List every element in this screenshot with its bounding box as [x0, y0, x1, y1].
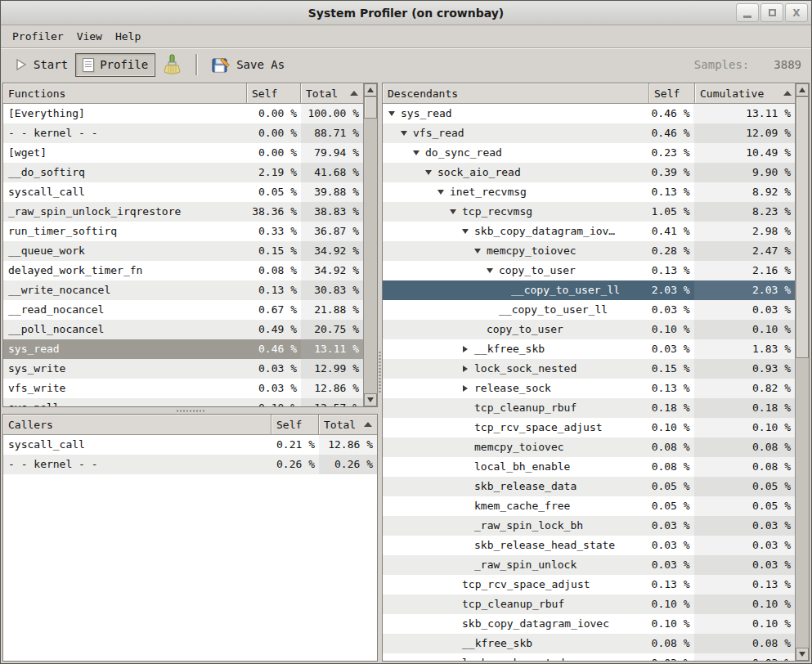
- scroll-up-button[interactable]: [796, 83, 809, 96]
- table-row[interactable]: do_sync_read0.23 %10.49 %: [383, 143, 795, 163]
- table-row[interactable]: tcp_cleanup_rbuf0.18 %0.18 %: [383, 398, 795, 418]
- table-row[interactable]: tcp_recvmsg1.05 %8.23 %: [383, 202, 795, 222]
- menu-view[interactable]: View: [70, 28, 109, 45]
- table-row[interactable]: local_bh_enable0.08 %0.08 %: [383, 457, 795, 477]
- functions-scrollbar[interactable]: [363, 83, 377, 406]
- descendants-scrollbar[interactable]: [795, 83, 809, 661]
- table-row[interactable]: syscall_call0.05 %39.88 %: [3, 182, 363, 202]
- minimize-button[interactable]: [736, 3, 759, 22]
- table-row[interactable]: vfs_write0.03 %12.86 %: [3, 379, 363, 398]
- titlebar[interactable]: System Profiler (on crownbay) X: [1, 1, 811, 25]
- table-row[interactable]: _raw_spin_lock_bh0.03 %0.03 %: [383, 516, 795, 536]
- table-row[interactable]: sys_write0.03 %12.99 %: [3, 359, 363, 379]
- self-value: 0.49 %: [247, 320, 301, 339]
- triangle-down: [425, 170, 432, 175]
- table-row[interactable]: copy_to_user0.13 %2.16 %: [383, 261, 795, 280]
- table-row[interactable]: lock_sock_nested0.03 %0.03 %: [383, 653, 795, 661]
- self-value: 0.08 %: [648, 634, 694, 653]
- table-row[interactable]: skb_copy_datagram_iov…0.41 %2.98 %: [383, 222, 795, 241]
- expander-open-icon[interactable]: [472, 249, 483, 253]
- expander-open-icon[interactable]: [398, 131, 410, 136]
- table-row[interactable]: copy_to_user0.10 %0.10 %: [383, 320, 795, 339]
- menu-help[interactable]: Help: [109, 28, 147, 45]
- function-name: sys_read: [3, 339, 247, 359]
- scroll-up-button[interactable]: [364, 83, 377, 96]
- total-value: 21.88 %: [301, 300, 363, 320]
- table-row[interactable]: __kfree_skb0.03 %1.83 %: [383, 339, 795, 359]
- table-row[interactable]: syscall_call0.21 %12.86 %: [3, 435, 377, 455]
- table-row[interactable]: sys_read0.46 %13.11 %: [3, 339, 363, 359]
- expander-open-icon[interactable]: [484, 268, 496, 273]
- table-row[interactable]: - - kernel - -0.00 %88.71 %: [3, 123, 363, 143]
- horizontal-pane-divider[interactable]: [2, 407, 378, 414]
- table-row[interactable]: __read_nocancel0.67 %21.88 %: [3, 300, 363, 320]
- menu-profiler[interactable]: Profiler: [6, 28, 70, 45]
- table-row[interactable]: release_sock0.13 %0.82 %: [383, 379, 795, 398]
- table-row[interactable]: _raw_spin_unlock_irqrestore38.36 %38.83 …: [3, 202, 363, 222]
- table-row[interactable]: run_timer_softirq0.33 %36.87 %: [3, 222, 363, 241]
- table-row[interactable]: __write_nocancel0.13 %30.83 %: [3, 280, 363, 300]
- table-row[interactable]: _raw_spin_unlock0.03 %0.03 %: [383, 555, 795, 575]
- table-row[interactable]: memcpy_toiovec0.28 %2.47 %: [383, 241, 795, 261]
- table-row[interactable]: skb_release_head_state0.03 %0.03 %: [383, 536, 795, 555]
- table-row[interactable]: tcp_rcv_space_adjust0.13 %0.13 %: [383, 575, 795, 594]
- table-row[interactable]: lock_sock_nested0.15 %0.93 %: [383, 359, 795, 379]
- expander-open-icon[interactable]: [386, 111, 397, 116]
- descendants-column-header[interactable]: Descendants: [383, 83, 649, 104]
- start-button[interactable]: Start: [7, 53, 75, 76]
- table-row[interactable]: [wget]0.00 %79.94 %: [3, 143, 363, 163]
- table-row[interactable]: skb_copy_datagram_iovec0.10 %0.10 %: [383, 614, 795, 634]
- table-row[interactable]: sock_aio_read0.39 %9.90 %: [383, 163, 795, 182]
- descendants-cumulative-column-header[interactable]: Cumulative: [695, 83, 796, 104]
- scroll-down-button[interactable]: [796, 648, 809, 661]
- expander-open-icon[interactable]: [460, 229, 471, 234]
- table-row[interactable]: sys_read0.46 %13.11 %: [383, 104, 795, 123]
- expander-open-icon[interactable]: [447, 209, 459, 214]
- scroll-down-button[interactable]: [364, 393, 377, 406]
- functions-column-header[interactable]: Functions: [3, 83, 247, 104]
- table-row[interactable]: tcp_rcv_space_adjust0.10 %0.10 %: [383, 418, 795, 437]
- descendants-self-column-header[interactable]: Self: [649, 83, 695, 104]
- scrollbar-thumb[interactable]: [364, 96, 377, 119]
- save-as-button[interactable]: Save As: [204, 51, 292, 79]
- expander-open-icon[interactable]: [410, 150, 422, 155]
- functions-self-column-header[interactable]: Self: [247, 83, 301, 104]
- callers-total-column-header[interactable]: Total: [319, 415, 377, 435]
- table-row[interactable]: - - kernel - -0.26 %0.26 %: [3, 455, 377, 474]
- table-row[interactable]: kmem_cache_free0.05 %0.05 %: [383, 496, 795, 516]
- table-row[interactable]: skb_release_data0.05 %0.05 %: [383, 477, 795, 496]
- self-value: 0.10 %: [648, 594, 694, 614]
- expander-closed-icon[interactable]: [460, 366, 471, 372]
- callers-self-column-header[interactable]: Self: [271, 415, 319, 435]
- table-row[interactable]: memcpy_toiovec0.08 %0.08 %: [383, 437, 795, 457]
- table-row[interactable]: sys_poll0.10 %12.57 %: [3, 398, 363, 406]
- sort-ascending-icon: [364, 422, 372, 427]
- table-row[interactable]: __do_softirq2.19 %41.68 %: [3, 163, 363, 182]
- maximize-button[interactable]: [760, 3, 783, 22]
- scrollbar-thumb[interactable]: [796, 96, 809, 358]
- expander-open-icon[interactable]: [435, 190, 446, 195]
- expander-closed-icon[interactable]: [460, 385, 471, 392]
- self-value: 0.10 %: [648, 418, 694, 437]
- table-row[interactable]: vfs_read0.46 %12.09 %: [383, 123, 795, 143]
- expander-open-icon[interactable]: [423, 170, 434, 175]
- table-row[interactable]: __kfree_skb0.08 %0.08 %: [383, 634, 795, 653]
- document-icon: [83, 58, 94, 72]
- expander-closed-icon[interactable]: [460, 346, 471, 352]
- table-row[interactable]: inet_recvmsg0.13 %8.92 %: [383, 182, 795, 202]
- table-row[interactable]: tcp_cleanup_rbuf0.10 %0.10 %: [383, 594, 795, 614]
- table-row[interactable]: __copy_to_user_ll0.03 %0.03 %: [383, 300, 795, 320]
- function-name-cell: sys_read: [383, 104, 648, 123]
- table-row[interactable]: [Everything]0.00 %100.00 %: [3, 104, 363, 123]
- reset-button[interactable]: [155, 49, 188, 81]
- functions-total-column-header[interactable]: Total: [301, 83, 363, 104]
- table-row[interactable]: __poll_nocancel0.49 %20.75 %: [3, 320, 363, 339]
- profile-toggle-button[interactable]: Profile: [75, 53, 155, 77]
- table-row[interactable]: __copy_to_user_ll2.03 %2.03 %: [383, 280, 795, 300]
- table-row[interactable]: __queue_work0.15 %34.92 %: [3, 241, 363, 261]
- self-value: 0.21 %: [271, 435, 319, 455]
- close-button[interactable]: X: [785, 3, 808, 22]
- table-row[interactable]: delayed_work_timer_fn0.08 %34.92 %: [3, 261, 363, 280]
- callers-column-header[interactable]: Callers: [3, 415, 271, 435]
- self-value: 0.08 %: [648, 437, 694, 457]
